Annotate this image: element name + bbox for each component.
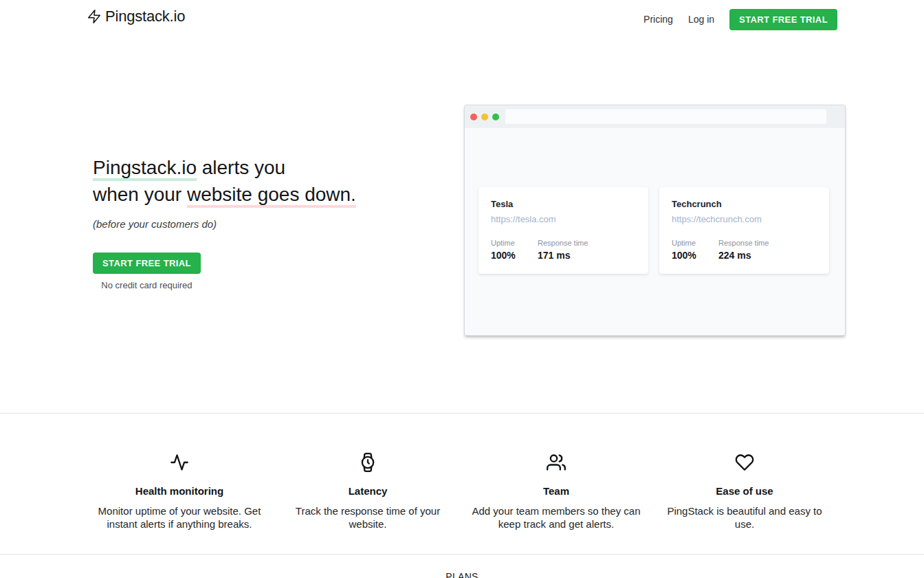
feature-latency: Latency Track the response time of your … <box>274 453 462 531</box>
site-card-tesla: Tesla https://tesla.com Uptime 100% Resp… <box>478 187 648 274</box>
hero-copy: Pingstack.io alerts you when your websit… <box>93 154 423 291</box>
header-start-trial-button[interactable]: START FREE TRIAL <box>729 9 837 30</box>
users-icon <box>468 453 645 473</box>
landing-page: Pingstack.io Pricing Log in START FREE T… <box>0 0 924 578</box>
hero-headline: Pingstack.io alerts you when your websit… <box>93 154 423 208</box>
header-nav: Pricing Log in START FREE TRIAL <box>644 0 837 39</box>
brand-name: Pingstack.io <box>105 8 185 25</box>
response-time-value: 224 ms <box>718 250 769 261</box>
plans-section-heading: PLANS <box>0 571 924 578</box>
feature-title: Ease of use <box>656 485 833 497</box>
response-time-value: 171 ms <box>538 250 588 261</box>
nav-link-login[interactable]: Log in <box>688 14 714 25</box>
site-url: https://techcrunch.com <box>672 214 817 224</box>
headline-text: alerts you <box>197 157 285 178</box>
header: Pingstack.io Pricing Log in START FREE T… <box>0 0 924 39</box>
site-name: Tesla <box>491 199 636 209</box>
response-time-metric: Response time 171 ms <box>538 239 588 261</box>
headline-highlight-pink: website goes down. <box>187 184 356 208</box>
response-time-label: Response time <box>718 239 769 247</box>
feature-description: Add your team members so they can keep t… <box>468 504 644 531</box>
browser-address-bar <box>505 109 826 124</box>
brand-logo[interactable]: Pingstack.io <box>87 8 185 25</box>
uptime-label: Uptime <box>672 239 718 247</box>
feature-description: Monitor uptime of your website. Get inst… <box>91 504 267 531</box>
watch-icon <box>279 453 456 473</box>
hero-subline: (before your customers do) <box>93 218 423 230</box>
uptime-value: 100% <box>672 250 718 261</box>
nav-link-pricing[interactable]: Pricing <box>644 14 673 25</box>
site-card-techcrunch: Techcrunch https://techcrunch.com Uptime… <box>659 187 829 274</box>
section-divider <box>0 413 924 414</box>
site-metrics: Uptime 100% Response time 171 ms <box>491 239 636 261</box>
minimize-window-icon <box>481 114 488 120</box>
features-section: Health monitoring Monitor uptime of your… <box>85 453 839 531</box>
window-controls <box>470 114 499 120</box>
headline-highlight-green: Pingstack.io <box>93 157 197 181</box>
feature-description: Track the response time of your website. <box>280 504 456 531</box>
activity-icon <box>91 453 268 473</box>
uptime-metric: Uptime 100% <box>672 239 718 261</box>
uptime-label: Uptime <box>491 239 538 247</box>
browser-mockup: Tesla https://tesla.com Uptime 100% Resp… <box>464 105 846 336</box>
close-window-icon <box>470 114 477 120</box>
feature-ease-of-use: Ease of use PingStack is beautiful and e… <box>650 453 839 531</box>
feature-description: PingStack is beautiful and easy to use. <box>657 504 833 531</box>
response-time-metric: Response time 224 ms <box>718 239 769 261</box>
no-credit-card-note: No credit card required <box>93 280 201 290</box>
lightning-bolt-icon <box>87 9 102 24</box>
response-time-label: Response time <box>538 239 588 247</box>
heart-icon <box>656 453 833 473</box>
uptime-metric: Uptime 100% <box>491 239 538 261</box>
browser-content: Tesla https://tesla.com Uptime 100% Resp… <box>465 128 845 336</box>
feature-title: Latency <box>279 485 456 497</box>
hero-cta-block: START FREE TRIAL No credit card required <box>93 253 201 290</box>
site-metrics: Uptime 100% Response time 224 ms <box>672 239 817 261</box>
uptime-value: 100% <box>491 250 538 261</box>
site-name: Techcrunch <box>672 199 817 209</box>
feature-team: Team Add your team members so they can k… <box>462 453 650 531</box>
feature-title: Team <box>468 485 645 497</box>
browser-titlebar <box>465 105 845 128</box>
maximize-window-icon <box>492 114 499 120</box>
feature-health-monitoring: Health monitoring Monitor uptime of your… <box>85 453 274 531</box>
site-url: https://tesla.com <box>491 214 636 224</box>
section-divider <box>0 554 924 555</box>
headline-text-line2: when your <box>93 184 187 205</box>
feature-title: Health monitoring <box>91 485 268 497</box>
hero-start-trial-button[interactable]: START FREE TRIAL <box>93 253 201 274</box>
